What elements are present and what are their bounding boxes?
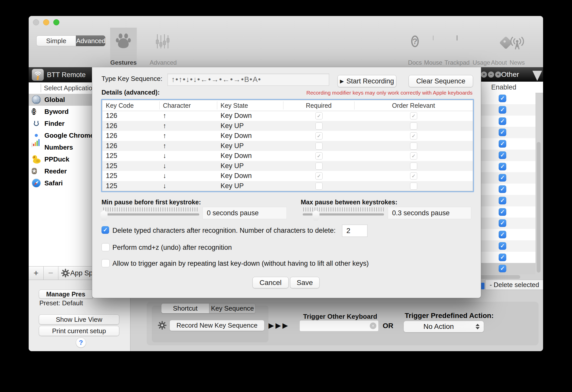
delete-chars-checkbox[interactable]: ✓ — [102, 226, 109, 234]
key-sequence-field[interactable]: ↑•↑•↓•↓•←•→•←•→•B•A• — [167, 74, 329, 86]
save-button[interactable]: Save — [290, 277, 319, 288]
required-checkbox[interactable]: ✓ — [315, 172, 323, 180]
cmdz-checkbox[interactable] — [102, 243, 110, 251]
gesture-enabled-row[interactable]: ✓ — [481, 150, 535, 161]
gesture-enabled-row[interactable]: ✓ — [481, 127, 535, 138]
enabled-checkbox[interactable]: ✓ — [499, 197, 506, 204]
gesture-enabled-row[interactable]: ✓ — [481, 104, 535, 116]
enabled-checkbox[interactable]: ✓ — [499, 163, 506, 170]
required-checkbox[interactable] — [315, 163, 323, 170]
print-current-setup-button[interactable]: Print current setup — [39, 326, 119, 336]
group-close-icon[interactable]: × — [481, 72, 487, 78]
required-checkbox[interactable]: ✓ — [315, 132, 323, 139]
clear-field-icon[interactable]: × — [370, 323, 376, 329]
enabled-checkbox[interactable]: ✓ — [499, 140, 506, 148]
manage-presets-button[interactable]: Manage Pres — [39, 290, 93, 299]
remove-app-button[interactable]: − — [43, 266, 58, 280]
enabled-checkbox[interactable]: ✓ — [499, 129, 506, 136]
order-relevant-checkbox[interactable] — [410, 122, 417, 130]
show-live-view-button[interactable]: Show Live View — [39, 314, 119, 325]
gesture-enabled-row[interactable]: ✓ — [481, 263, 535, 274]
key-sequence-table-row[interactable]: 125 ↓ Key Down ✓ ✓ — [102, 151, 473, 161]
minimize-window-button[interactable] — [43, 19, 49, 25]
zoom-window-button[interactable] — [53, 19, 59, 25]
enabled-checkbox[interactable]: ✓ — [499, 231, 506, 238]
group-collapse-icon[interactable]: − — [488, 72, 494, 78]
partially-hidden-blue-button[interactable] — [481, 283, 484, 289]
record-gear-slot[interactable] — [158, 321, 166, 330]
required-checkbox[interactable] — [315, 183, 323, 190]
required-checkbox[interactable]: ✓ — [315, 152, 323, 159]
gesture-enabled-row[interactable]: ✓ — [481, 240, 535, 252]
enabled-checkbox[interactable]: ✓ — [499, 151, 506, 159]
vertical-scrollbar[interactable] — [537, 142, 541, 273]
tab-gestures[interactable]: Gestures — [110, 59, 137, 66]
group-expand-icon[interactable]: + — [495, 72, 501, 78]
enabled-checkbox[interactable]: ✓ — [499, 174, 506, 182]
advanced-mode-button[interactable]: Advanced — [76, 35, 105, 46]
horizontal-scrollbar[interactable] — [477, 275, 520, 279]
close-window-button[interactable] — [33, 19, 39, 25]
delete-selected-button[interactable]: - Delete selected — [485, 280, 543, 290]
gesture-enabled-row[interactable]: ✓ — [481, 184, 535, 195]
enabled-checkbox[interactable]: ✓ — [499, 95, 506, 102]
help-button[interactable]: ? — [76, 337, 86, 348]
key-sequence-table-row[interactable]: 126 ↑ Key Down ✓ ✓ — [102, 111, 473, 121]
min-pause-slider[interactable] — [103, 213, 199, 216]
order-relevant-checkbox[interactable]: ✓ — [410, 132, 417, 139]
order-relevant-checkbox[interactable] — [410, 183, 417, 190]
required-checkbox[interactable] — [315, 142, 323, 150]
max-pause-value-field[interactable]: 0.3 seconds pause — [388, 207, 471, 219]
tab-shortcut[interactable]: Shortcut — [161, 304, 209, 313]
min-pause-slider-thumb[interactable] — [100, 210, 108, 221]
key-sequence-table-row[interactable]: 125 ↓ Key UP — [102, 161, 473, 171]
enabled-checkbox[interactable]: ✓ — [499, 208, 506, 216]
toolbar-item-news[interactable]: News — [506, 34, 529, 67]
gesture-enabled-row[interactable]: ✓ — [481, 138, 535, 150]
gesture-enabled-row[interactable]: ✓ — [481, 116, 535, 127]
max-pause-slider-thumb[interactable] — [312, 210, 320, 221]
enabled-checkbox[interactable]: ✓ — [499, 265, 506, 272]
allow-trigger-checkbox[interactable] — [102, 259, 110, 267]
key-sequence-table-row[interactable]: 125 ↓ Key UP — [102, 181, 473, 191]
enabled-checkbox[interactable]: ✓ — [499, 242, 506, 250]
gesture-enabled-row[interactable]: ✓ — [481, 93, 535, 104]
enabled-checkbox[interactable]: ✓ — [499, 219, 506, 227]
record-new-key-sequence-button[interactable]: Record New Key Sequence — [170, 320, 264, 331]
gesture-enabled-row[interactable]: ✓ — [481, 206, 535, 218]
enabled-checkbox[interactable]: ✓ — [499, 254, 506, 261]
key-sequence-table-row[interactable]: 126 ↑ Key UP — [102, 141, 473, 151]
clear-sequence-button[interactable]: Clear Sequence — [409, 75, 473, 87]
order-relevant-checkbox[interactable] — [410, 163, 417, 170]
enabled-checkbox[interactable]: ✓ — [499, 185, 506, 193]
gesture-enabled-row[interactable]: ✓ — [481, 172, 535, 184]
group-disclosure-triangle-icon[interactable] — [532, 71, 542, 81]
gesture-enabled-row[interactable]: ✓ — [481, 229, 535, 240]
cancel-button[interactable]: Cancel — [253, 277, 289, 288]
min-pause-value-field[interactable]: 0 seconds pause — [203, 207, 287, 219]
gesture-enabled-row[interactable]: ✓ — [481, 218, 535, 229]
key-sequence-table-row[interactable]: 125 ↓ Key Down ✓ ✓ — [102, 171, 473, 181]
required-checkbox[interactable]: ✓ — [315, 112, 323, 119]
order-relevant-checkbox[interactable] — [410, 142, 417, 150]
key-sequence-table-row[interactable]: 126 ↑ Key Down ✓ ✓ — [102, 131, 473, 141]
simple-mode-button[interactable]: Simple — [36, 35, 76, 46]
gesture-enabled-row[interactable]: ✓ — [481, 161, 535, 172]
gesture-enabled-row[interactable]: ✓ — [481, 195, 535, 206]
predefined-action-select[interactable]: No Action — [403, 321, 484, 332]
enabled-checkbox[interactable]: ✓ — [499, 117, 506, 125]
toolbar-item-trackpad[interactable]: Trackpad — [443, 34, 471, 67]
enabled-checkbox[interactable]: ✓ — [499, 106, 506, 114]
chars-to-delete-field[interactable]: 2 — [342, 225, 367, 237]
start-recording-button[interactable]: ▶Start Recording — [338, 75, 396, 87]
order-relevant-checkbox[interactable]: ✓ — [410, 172, 417, 180]
required-checkbox[interactable] — [315, 122, 323, 130]
toolbar-item-mouse[interactable]: Mouse — [422, 34, 445, 67]
gesture-enabled-row[interactable]: ✓ — [481, 252, 535, 263]
tab-key-sequence[interactable]: Key Sequence — [209, 304, 256, 313]
order-relevant-checkbox[interactable]: ✓ — [410, 152, 417, 159]
key-sequence-table[interactable]: Key Code Character Key State Required Or… — [101, 99, 474, 192]
tab-advanced-settings[interactable]: Advanced Settings — [138, 59, 189, 66]
add-app-button[interactable]: + — [29, 266, 43, 280]
other-shortcut-input[interactable]: × — [299, 320, 379, 331]
